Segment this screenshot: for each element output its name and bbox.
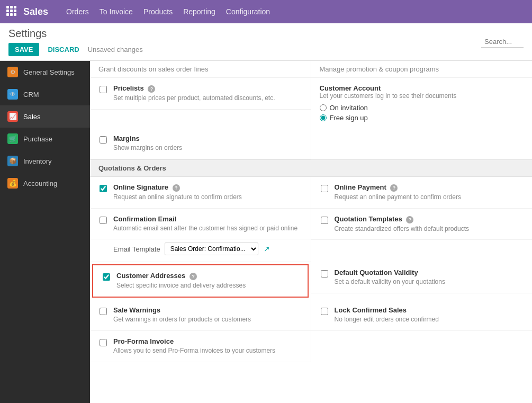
- online-signature-checkbox-wrap[interactable]: [98, 184, 108, 193]
- external-link-icon[interactable]: ↗: [264, 245, 270, 253]
- online-payment-info: Online Payment ? Request an online payme…: [335, 183, 524, 202]
- online-signature-info: Online Signature ? Request an online sig…: [113, 183, 302, 202]
- customer-addresses-help-icon[interactable]: ?: [190, 273, 197, 280]
- lock-confirmed-sales-checkbox-wrap[interactable]: [320, 307, 329, 316]
- radio-on-invitation-input[interactable]: [320, 104, 327, 111]
- customer-addresses-checkbox-wrap[interactable]: [102, 272, 111, 282]
- lock-confirmed-sales-desc: No longer edit orders once confirmed: [335, 315, 524, 324]
- settings-main: Grant discounts on sales order lines Man…: [90, 61, 532, 403]
- email-template-select[interactable]: Sales Order: Confirmatio...: [165, 243, 258, 255]
- grant-discounts-label: Grant discounts on sales order lines: [90, 61, 311, 78]
- sidebar: ⚙ General Settings 👁 CRM 📈 Sales 🛒 Purch…: [0, 61, 90, 403]
- online-payment-help-icon[interactable]: ?: [390, 184, 398, 192]
- radio-free-signup[interactable]: Free sign up: [320, 114, 524, 122]
- top-partial-grid: Grant discounts on sales order lines Man…: [90, 61, 532, 78]
- default-quotation-validity-checkbox[interactable]: [321, 270, 328, 277]
- save-button[interactable]: SAVE: [8, 43, 39, 56]
- sale-warnings-checkbox[interactable]: [100, 308, 107, 315]
- margins-checkbox-wrap[interactable]: [98, 135, 108, 145]
- sale-warnings-row: Sale Warnings Get warnings in orders for…: [90, 300, 311, 331]
- online-signature-checkbox[interactable]: [100, 185, 107, 192]
- sidebar-item-inventory[interactable]: 📦 Inventory: [0, 150, 90, 172]
- pricelists-col: Pricelists ? Set multiple prices per pro…: [90, 78, 311, 128]
- radio-on-invitation-label: On invitation: [330, 104, 368, 112]
- margins-desc: Show margins on orders: [113, 144, 302, 153]
- pro-forma-checkbox-wrap[interactable]: [98, 338, 108, 347]
- margins-checkbox[interactable]: [100, 136, 107, 144]
- accounting-icon: 💰: [7, 178, 18, 189]
- online-payment-checkbox-wrap[interactable]: [320, 184, 329, 193]
- sidebar-item-crm[interactable]: 👁 CRM: [0, 83, 90, 105]
- quotation-templates-help-icon[interactable]: ?: [406, 216, 413, 223]
- online-signature-title: Online Signature ?: [113, 183, 302, 192]
- sales-icon: 📈: [7, 111, 18, 122]
- email-template-label: Email Template: [113, 245, 160, 253]
- lock-confirmed-sales-title: Lock Confirmed Sales: [335, 306, 524, 314]
- nav-configuration[interactable]: Configuration: [226, 7, 270, 16]
- sidebar-item-sales[interactable]: 📈 Sales: [0, 105, 90, 128]
- customer-account-section: Customer Account Let your customers log …: [311, 78, 533, 128]
- pricelists-help-icon[interactable]: ?: [148, 85, 155, 93]
- lock-confirmed-sales-checkbox[interactable]: [321, 308, 328, 315]
- sidebar-item-purchase[interactable]: 🛒 Purchase: [0, 128, 90, 150]
- nav-products[interactable]: Products: [143, 7, 173, 16]
- search-input[interactable]: [481, 36, 524, 48]
- quotation-templates-checkbox-wrap[interactable]: [320, 216, 329, 225]
- default-quotation-validity-checkbox-wrap[interactable]: [320, 269, 329, 279]
- confirmation-email-title: Confirmation Email: [113, 215, 302, 223]
- sale-warnings-desc: Get warnings in orders for products or c…: [113, 315, 302, 324]
- default-quotation-validity-title: Default Quotation Validity: [335, 268, 524, 276]
- margins-info: Margins Show margins on orders: [113, 135, 302, 153]
- lock-confirmed-sales-col: Lock Confirmed Sales No longer edit orde…: [311, 300, 533, 331]
- confirm-email-grid: Confirmation Email Automatic email sent …: [90, 209, 532, 263]
- pricelists-title: Pricelists ?: [113, 84, 302, 93]
- quotation-templates-info: Quotation Templates ? Create standardize…: [335, 215, 524, 234]
- customer-addresses-checkbox[interactable]: [103, 273, 110, 281]
- nav-orders[interactable]: Orders: [66, 7, 89, 16]
- nav-to-invoice[interactable]: To Invoice: [100, 7, 133, 16]
- online-payment-title: Online Payment ?: [335, 183, 524, 192]
- customer-account-col: Customer Account Let your customers log …: [311, 78, 533, 128]
- online-signature-help-icon[interactable]: ?: [173, 184, 180, 192]
- customer-account-radio-group: On invitation Free sign up: [320, 104, 524, 122]
- radio-on-invitation[interactable]: On invitation: [320, 104, 524, 112]
- proforma-col: Pro-Forma Invoice Allows you to send Pro…: [90, 331, 311, 362]
- default-quotation-validity-info: Default Quotation Validity Set a default…: [335, 268, 524, 286]
- confirmation-email-row: Confirmation Email Automatic email sent …: [90, 209, 311, 240]
- proforma-grid: Pro-Forma Invoice Allows you to send Pro…: [90, 331, 532, 362]
- proforma-right-empty: [311, 331, 533, 362]
- app-grid-icon[interactable]: [6, 6, 18, 17]
- margins-row: Margins Show margins on orders: [90, 128, 311, 159]
- pricelists-row: Pricelists ? Set multiple prices per pro…: [90, 78, 311, 110]
- customer-account-title: Customer Account: [320, 84, 524, 92]
- online-signature-row: Online Signature ? Request an online sig…: [90, 177, 311, 209]
- page-title: Settings: [8, 28, 143, 40]
- radio-free-signup-input[interactable]: [320, 114, 327, 121]
- sidebar-item-accounting[interactable]: 💰 Accounting: [0, 172, 90, 194]
- sale-warnings-col: Sale Warnings Get warnings in orders for…: [90, 300, 311, 331]
- sale-warnings-checkbox-wrap[interactable]: [98, 307, 108, 316]
- online-payment-col: Online Payment ? Request an online payme…: [311, 177, 533, 209]
- pro-forma-checkbox[interactable]: [100, 339, 107, 346]
- quotation-templates-checkbox[interactable]: [321, 217, 328, 224]
- partial-right-col: Manage promotion & coupon programs: [311, 61, 533, 78]
- main-layout: ⚙ General Settings 👁 CRM 📈 Sales 🛒 Purch…: [0, 61, 532, 403]
- confirmation-email-checkbox-wrap[interactable]: [98, 216, 108, 225]
- quotation-templates-desc: Create standardized offers with default …: [335, 225, 524, 234]
- pricelists-desc: Set multiple prices per product, automat…: [113, 94, 302, 103]
- pricelists-checkbox[interactable]: [100, 86, 107, 93]
- confirmation-email-checkbox[interactable]: [100, 217, 107, 224]
- inventory-icon: 📦: [7, 156, 18, 166]
- sidebar-label-general: General Settings: [23, 68, 75, 76]
- sale-warnings-title: Sale Warnings: [113, 306, 302, 314]
- sidebar-label-purchase: Purchase: [23, 135, 52, 143]
- pro-forma-info: Pro-Forma Invoice Allows you to send Pro…: [113, 337, 302, 355]
- discard-button[interactable]: DISCARD: [43, 43, 83, 56]
- sidebar-item-general-settings[interactable]: ⚙ General Settings: [0, 61, 90, 83]
- pricelists-checkbox-wrap[interactable]: [98, 85, 108, 94]
- quotation-templates-col: Quotation Templates ? Create standardize…: [311, 209, 533, 263]
- nav-reporting[interactable]: Reporting: [183, 7, 215, 16]
- online-payment-checkbox[interactable]: [321, 185, 328, 192]
- quotation-templates-title: Quotation Templates ?: [335, 215, 524, 223]
- default-quotation-validity-desc: Set a default validity on your quotation…: [335, 277, 524, 286]
